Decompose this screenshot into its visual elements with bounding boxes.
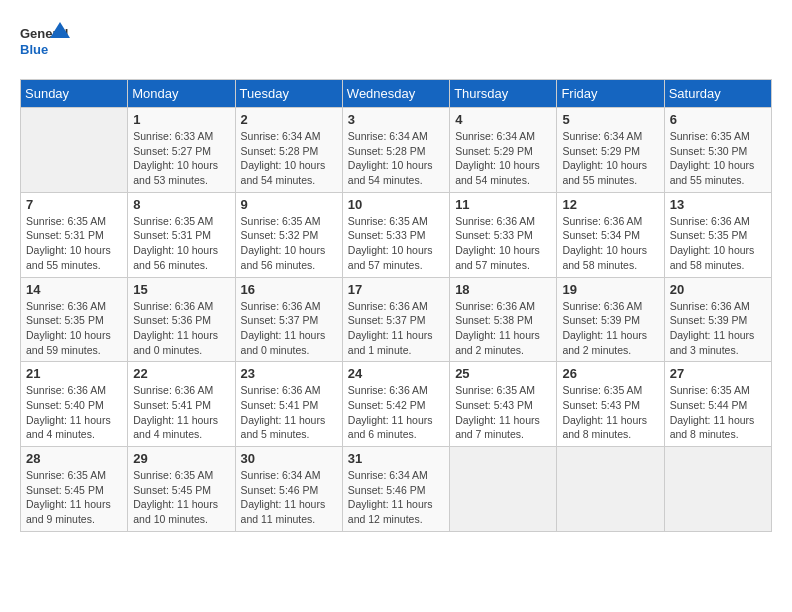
- day-number: 9: [241, 197, 337, 212]
- day-detail: Sunrise: 6:35 AMSunset: 5:31 PMDaylight:…: [26, 214, 122, 273]
- header-day-friday: Friday: [557, 80, 664, 108]
- day-cell: 18Sunrise: 6:36 AMSunset: 5:38 PMDayligh…: [450, 277, 557, 362]
- day-detail: Sunrise: 6:36 AMSunset: 5:41 PMDaylight:…: [241, 383, 337, 442]
- day-detail: Sunrise: 6:36 AMSunset: 5:35 PMDaylight:…: [26, 299, 122, 358]
- header-row: SundayMondayTuesdayWednesdayThursdayFrid…: [21, 80, 772, 108]
- day-cell: 24Sunrise: 6:36 AMSunset: 5:42 PMDayligh…: [342, 362, 449, 447]
- day-number: 3: [348, 112, 444, 127]
- day-cell: 5Sunrise: 6:34 AMSunset: 5:29 PMDaylight…: [557, 108, 664, 193]
- day-detail: Sunrise: 6:36 AMSunset: 5:39 PMDaylight:…: [562, 299, 658, 358]
- day-number: 8: [133, 197, 229, 212]
- day-cell: 6Sunrise: 6:35 AMSunset: 5:30 PMDaylight…: [664, 108, 771, 193]
- day-cell: 2Sunrise: 6:34 AMSunset: 5:28 PMDaylight…: [235, 108, 342, 193]
- day-number: 22: [133, 366, 229, 381]
- day-number: 21: [26, 366, 122, 381]
- day-cell: 11Sunrise: 6:36 AMSunset: 5:33 PMDayligh…: [450, 192, 557, 277]
- day-number: 20: [670, 282, 766, 297]
- day-cell: 7Sunrise: 6:35 AMSunset: 5:31 PMDaylight…: [21, 192, 128, 277]
- day-number: 13: [670, 197, 766, 212]
- day-detail: Sunrise: 6:35 AMSunset: 5:32 PMDaylight:…: [241, 214, 337, 273]
- week-row-1: 1Sunrise: 6:33 AMSunset: 5:27 PMDaylight…: [21, 108, 772, 193]
- day-cell: 20Sunrise: 6:36 AMSunset: 5:39 PMDayligh…: [664, 277, 771, 362]
- day-number: 11: [455, 197, 551, 212]
- day-cell: [664, 447, 771, 532]
- day-detail: Sunrise: 6:35 AMSunset: 5:45 PMDaylight:…: [133, 468, 229, 527]
- week-row-4: 21Sunrise: 6:36 AMSunset: 5:40 PMDayligh…: [21, 362, 772, 447]
- day-number: 16: [241, 282, 337, 297]
- day-number: 19: [562, 282, 658, 297]
- day-detail: Sunrise: 6:36 AMSunset: 5:35 PMDaylight:…: [670, 214, 766, 273]
- day-number: 12: [562, 197, 658, 212]
- day-number: 30: [241, 451, 337, 466]
- day-cell: 21Sunrise: 6:36 AMSunset: 5:40 PMDayligh…: [21, 362, 128, 447]
- day-number: 18: [455, 282, 551, 297]
- logo: General Blue: [20, 20, 70, 64]
- day-detail: Sunrise: 6:35 AMSunset: 5:31 PMDaylight:…: [133, 214, 229, 273]
- day-detail: Sunrise: 6:36 AMSunset: 5:37 PMDaylight:…: [241, 299, 337, 358]
- header-day-monday: Monday: [128, 80, 235, 108]
- day-detail: Sunrise: 6:35 AMSunset: 5:30 PMDaylight:…: [670, 129, 766, 188]
- day-cell: 17Sunrise: 6:36 AMSunset: 5:37 PMDayligh…: [342, 277, 449, 362]
- day-cell: 23Sunrise: 6:36 AMSunset: 5:41 PMDayligh…: [235, 362, 342, 447]
- day-cell: 9Sunrise: 6:35 AMSunset: 5:32 PMDaylight…: [235, 192, 342, 277]
- day-detail: Sunrise: 6:36 AMSunset: 5:33 PMDaylight:…: [455, 214, 551, 273]
- day-cell: 10Sunrise: 6:35 AMSunset: 5:33 PMDayligh…: [342, 192, 449, 277]
- day-cell: 16Sunrise: 6:36 AMSunset: 5:37 PMDayligh…: [235, 277, 342, 362]
- day-cell: 14Sunrise: 6:36 AMSunset: 5:35 PMDayligh…: [21, 277, 128, 362]
- day-cell: 8Sunrise: 6:35 AMSunset: 5:31 PMDaylight…: [128, 192, 235, 277]
- day-number: 15: [133, 282, 229, 297]
- day-cell: 30Sunrise: 6:34 AMSunset: 5:46 PMDayligh…: [235, 447, 342, 532]
- day-number: 7: [26, 197, 122, 212]
- day-number: 27: [670, 366, 766, 381]
- day-cell: [450, 447, 557, 532]
- day-cell: 3Sunrise: 6:34 AMSunset: 5:28 PMDaylight…: [342, 108, 449, 193]
- header-day-sunday: Sunday: [21, 80, 128, 108]
- day-cell: 1Sunrise: 6:33 AMSunset: 5:27 PMDaylight…: [128, 108, 235, 193]
- day-cell: [557, 447, 664, 532]
- day-detail: Sunrise: 6:34 AMSunset: 5:28 PMDaylight:…: [241, 129, 337, 188]
- day-cell: 25Sunrise: 6:35 AMSunset: 5:43 PMDayligh…: [450, 362, 557, 447]
- day-cell: 26Sunrise: 6:35 AMSunset: 5:43 PMDayligh…: [557, 362, 664, 447]
- day-cell: 15Sunrise: 6:36 AMSunset: 5:36 PMDayligh…: [128, 277, 235, 362]
- week-row-3: 14Sunrise: 6:36 AMSunset: 5:35 PMDayligh…: [21, 277, 772, 362]
- day-number: 25: [455, 366, 551, 381]
- header-day-wednesday: Wednesday: [342, 80, 449, 108]
- day-detail: Sunrise: 6:34 AMSunset: 5:28 PMDaylight:…: [348, 129, 444, 188]
- calendar-table: SundayMondayTuesdayWednesdayThursdayFrid…: [20, 79, 772, 532]
- day-number: 1: [133, 112, 229, 127]
- day-detail: Sunrise: 6:36 AMSunset: 5:34 PMDaylight:…: [562, 214, 658, 273]
- day-detail: Sunrise: 6:34 AMSunset: 5:29 PMDaylight:…: [455, 129, 551, 188]
- day-detail: Sunrise: 6:34 AMSunset: 5:46 PMDaylight:…: [241, 468, 337, 527]
- day-detail: Sunrise: 6:34 AMSunset: 5:29 PMDaylight:…: [562, 129, 658, 188]
- day-number: 6: [670, 112, 766, 127]
- day-number: 5: [562, 112, 658, 127]
- day-number: 14: [26, 282, 122, 297]
- svg-text:Blue: Blue: [20, 42, 48, 57]
- day-cell: 12Sunrise: 6:36 AMSunset: 5:34 PMDayligh…: [557, 192, 664, 277]
- day-detail: Sunrise: 6:36 AMSunset: 5:42 PMDaylight:…: [348, 383, 444, 442]
- day-detail: Sunrise: 6:36 AMSunset: 5:41 PMDaylight:…: [133, 383, 229, 442]
- day-cell: [21, 108, 128, 193]
- day-detail: Sunrise: 6:36 AMSunset: 5:37 PMDaylight:…: [348, 299, 444, 358]
- day-number: 26: [562, 366, 658, 381]
- page-header: General Blue: [20, 20, 772, 64]
- day-number: 23: [241, 366, 337, 381]
- day-cell: 29Sunrise: 6:35 AMSunset: 5:45 PMDayligh…: [128, 447, 235, 532]
- day-detail: Sunrise: 6:36 AMSunset: 5:38 PMDaylight:…: [455, 299, 551, 358]
- day-number: 4: [455, 112, 551, 127]
- day-detail: Sunrise: 6:36 AMSunset: 5:39 PMDaylight:…: [670, 299, 766, 358]
- day-cell: 27Sunrise: 6:35 AMSunset: 5:44 PMDayligh…: [664, 362, 771, 447]
- day-cell: 31Sunrise: 6:34 AMSunset: 5:46 PMDayligh…: [342, 447, 449, 532]
- header-day-saturday: Saturday: [664, 80, 771, 108]
- header-day-tuesday: Tuesday: [235, 80, 342, 108]
- day-number: 17: [348, 282, 444, 297]
- day-detail: Sunrise: 6:35 AMSunset: 5:45 PMDaylight:…: [26, 468, 122, 527]
- day-number: 10: [348, 197, 444, 212]
- logo-svg: General Blue: [20, 20, 70, 64]
- day-cell: 19Sunrise: 6:36 AMSunset: 5:39 PMDayligh…: [557, 277, 664, 362]
- day-cell: 28Sunrise: 6:35 AMSunset: 5:45 PMDayligh…: [21, 447, 128, 532]
- day-detail: Sunrise: 6:36 AMSunset: 5:40 PMDaylight:…: [26, 383, 122, 442]
- day-number: 31: [348, 451, 444, 466]
- day-number: 2: [241, 112, 337, 127]
- day-detail: Sunrise: 6:35 AMSunset: 5:43 PMDaylight:…: [455, 383, 551, 442]
